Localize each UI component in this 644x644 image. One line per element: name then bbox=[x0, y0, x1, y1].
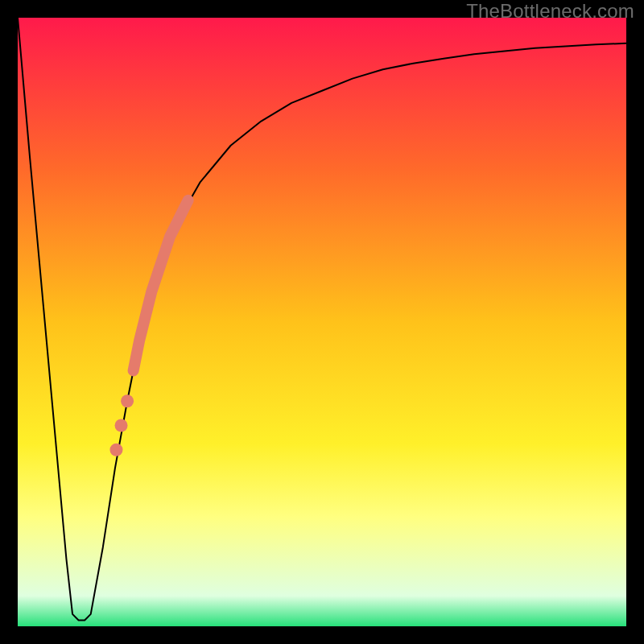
chart-svg bbox=[0, 0, 644, 644]
highlight-dot bbox=[121, 394, 134, 407]
bottleneck-chart: TheBottleneck.com bbox=[0, 0, 644, 644]
watermark-label: TheBottleneck.com bbox=[466, 0, 634, 23]
highlight-dot bbox=[109, 444, 122, 456]
plot-background bbox=[18, 18, 626, 626]
highlight-dot bbox=[115, 419, 128, 432]
